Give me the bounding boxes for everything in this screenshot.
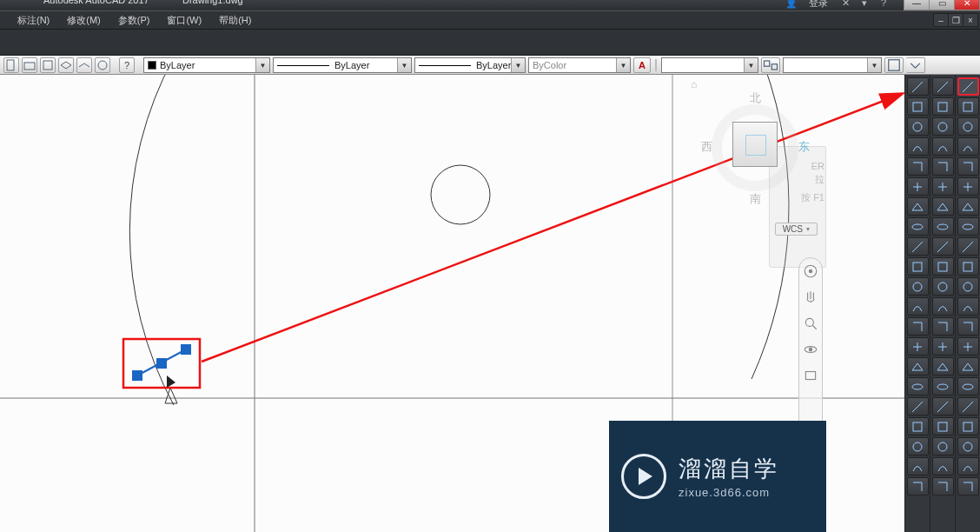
tool-polygon[interactable]	[957, 177, 979, 196]
menu-modify[interactable]: 修改(M)	[58, 14, 109, 27]
tool-jogged[interactable]	[907, 357, 929, 376]
tool-annot-tool[interactable]	[907, 477, 929, 495]
tool-offset[interactable]	[932, 157, 954, 176]
tool-fillet[interactable]	[932, 357, 954, 376]
tool-boundary[interactable]	[957, 357, 979, 376]
tool-array[interactable]	[932, 177, 954, 196]
tool-stretch[interactable]	[932, 217, 954, 236]
tool-revcloud[interactable]	[957, 377, 979, 396]
tool-tolerance[interactable]	[907, 297, 929, 316]
drawing-canvas[interactable]: ⌂ 北 南 西 东 WCS ER 拉 按 F1	[0, 75, 904, 532]
close-button[interactable]: ✕	[954, 0, 980, 10]
tool-measure[interactable]	[957, 337, 979, 356]
pan-icon[interactable]	[803, 289, 818, 305]
tool-inspect[interactable]	[907, 337, 929, 356]
menu-help[interactable]: 帮助(H)	[210, 14, 260, 27]
menu-annotate[interactable]: 标注(N)	[9, 14, 58, 27]
wcs-dropdown[interactable]: WCS	[775, 223, 818, 236]
tool-hatch[interactable]	[957, 457, 979, 475]
tool-scale[interactable]	[932, 197, 954, 216]
mdi-close[interactable]: ×	[963, 13, 978, 27]
tool-break-at[interactable]	[932, 277, 954, 296]
help-toolbar-icon[interactable]: ?	[119, 57, 135, 73]
tool-dim-update[interactable]	[907, 417, 929, 436]
tool-dim-diameter[interactable]	[907, 157, 929, 176]
isolate-icon[interactable]	[884, 57, 904, 73]
minimize-button[interactable]: —	[904, 0, 930, 10]
zoom-icon[interactable]	[803, 316, 818, 331]
tool-dim-radius[interactable]	[907, 137, 929, 156]
tool-ellipse[interactable]	[957, 197, 979, 216]
tool-join[interactable]	[932, 317, 954, 336]
plotstyle-combo[interactable]: ByColor ▼	[528, 57, 631, 73]
tool-move[interactable]	[932, 77, 954, 96]
tool-circle[interactable]	[957, 117, 979, 136]
tool-table[interactable]	[957, 437, 979, 456]
layer-prop-icon[interactable]	[76, 57, 92, 73]
layer-combo[interactable]: ByLayer ▼	[143, 57, 270, 73]
menu-window[interactable]: 窗口(W)	[158, 14, 210, 27]
tool-text[interactable]	[957, 397, 979, 416]
tool-dim-aligned[interactable]	[907, 97, 929, 116]
tool-point[interactable]	[957, 297, 979, 316]
tool-spline[interactable]	[957, 237, 979, 256]
nav-bar[interactable]	[798, 257, 823, 440]
tool-centermark[interactable]	[907, 317, 929, 336]
tool-dim-reassoc[interactable]	[907, 457, 929, 475]
tool-gradient[interactable]	[957, 477, 979, 495]
menu-param[interactable]: 参数(P)	[109, 14, 159, 27]
tool-dim-arc[interactable]	[907, 117, 929, 136]
chevron-down-icon[interactable]: ▾	[858, 0, 871, 9]
wheel-icon[interactable]	[803, 263, 818, 279]
mdi-restore[interactable]: ❐	[948, 13, 963, 27]
lineweight-combo[interactable]: ByLayer ▼	[414, 57, 526, 73]
group-combo[interactable]: ▼	[783, 57, 882, 73]
login-link[interactable]: 登录	[809, 0, 828, 10]
tool-dim-break[interactable]	[907, 277, 929, 296]
tool-trim[interactable]	[932, 237, 954, 256]
tool-explode[interactable]	[932, 397, 954, 416]
tool-divide[interactable]	[957, 317, 979, 336]
more-icon[interactable]	[906, 57, 925, 73]
help-icon[interactable]: ?	[877, 0, 891, 9]
tool-copy[interactable]	[932, 97, 954, 116]
layer-match-icon[interactable]	[95, 57, 110, 73]
tool-pline[interactable]	[957, 97, 979, 116]
showmotion-icon[interactable]	[803, 368, 818, 383]
tool-dim-edit[interactable]	[907, 377, 929, 396]
tool-ellipse-arc[interactable]	[957, 217, 979, 236]
textstyle-combo[interactable]: ▼	[661, 57, 758, 73]
tool-xline[interactable]	[957, 257, 979, 276]
tool-dim-quick[interactable]	[907, 197, 929, 216]
mdi-minimize[interactable]: –	[933, 13, 949, 27]
tool-region[interactable]	[932, 477, 954, 495]
tool-dim-linear[interactable]	[907, 77, 929, 96]
tool-dim-space[interactable]	[907, 257, 929, 276]
tool-dim-angular[interactable]	[907, 177, 929, 196]
tool-mirror[interactable]	[932, 137, 954, 156]
tool-dim-tedit[interactable]	[907, 397, 929, 416]
tool-mtext[interactable]	[957, 417, 979, 436]
exchange-icon[interactable]: ✕	[838, 0, 852, 9]
tool-rectangle[interactable]	[957, 157, 979, 176]
text-style-icon[interactable]: A	[633, 57, 651, 73]
open-icon[interactable]	[22, 57, 37, 73]
tool-arc[interactable]	[957, 137, 979, 156]
layer-states-icon[interactable]	[58, 57, 74, 73]
maximize-button[interactable]: ▭	[929, 0, 955, 10]
tool-draworder[interactable]	[932, 437, 954, 456]
tool-dim-style[interactable]	[907, 437, 929, 456]
tool-dim-baseline[interactable]	[907, 217, 929, 236]
tool-blend[interactable]	[932, 377, 954, 396]
linetype-combo[interactable]: ByLayer ▼	[273, 57, 412, 73]
tool-dim-continue[interactable]	[907, 237, 929, 256]
tool-erase[interactable]	[932, 417, 954, 436]
tool-extend[interactable]	[932, 257, 954, 276]
tool-rotate[interactable]	[932, 117, 954, 136]
group-icon[interactable]	[761, 57, 780, 73]
new-icon[interactable]	[3, 57, 19, 73]
tool-ray[interactable]	[957, 277, 979, 296]
tool-break[interactable]	[932, 297, 954, 316]
save-icon[interactable]	[40, 57, 56, 73]
tool-line[interactable]	[957, 77, 979, 96]
